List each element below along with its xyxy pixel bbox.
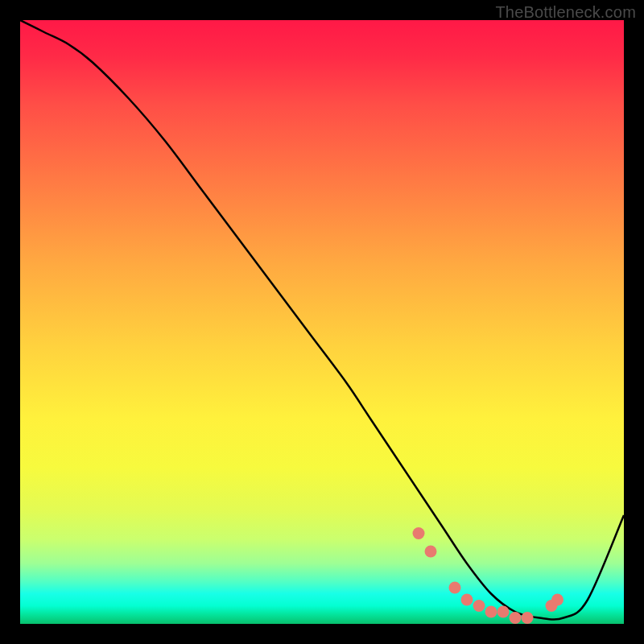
highlight-dot bbox=[449, 582, 461, 594]
plot-area bbox=[20, 20, 624, 624]
highlight-dot bbox=[551, 594, 564, 606]
watermark-text: TheBottleneck.com bbox=[495, 3, 636, 22]
highlight-dot bbox=[522, 612, 534, 624]
highlight-dot bbox=[485, 606, 497, 618]
bottleneck-curve bbox=[20, 20, 624, 619]
highlight-dot bbox=[510, 612, 522, 624]
highlight-dot bbox=[413, 527, 425, 539]
highlight-dot bbox=[425, 546, 437, 558]
highlight-dot bbox=[473, 600, 485, 612]
chart-frame: TheBottleneck.com bbox=[0, 0, 644, 644]
curve-layer bbox=[20, 20, 624, 624]
highlight-dot bbox=[461, 594, 473, 606]
highlight-dot bbox=[497, 606, 510, 618]
